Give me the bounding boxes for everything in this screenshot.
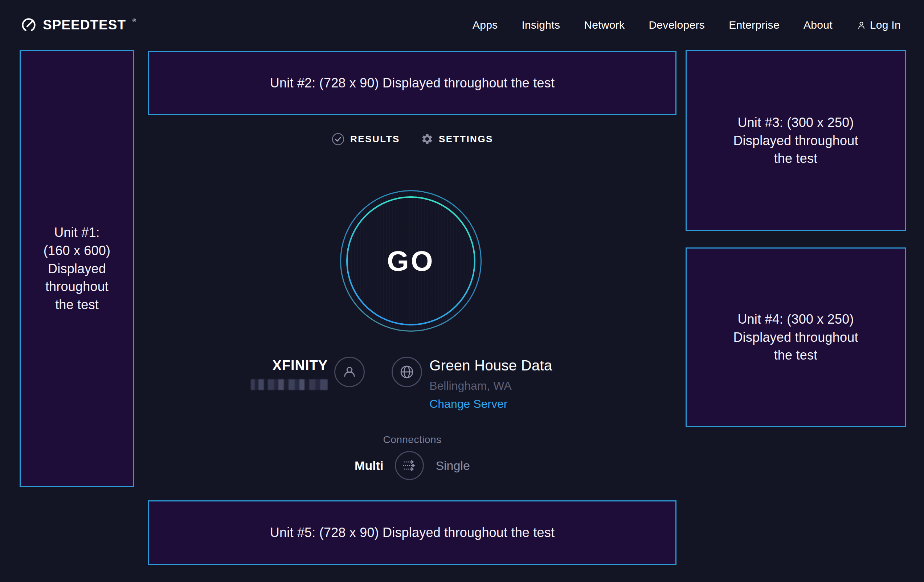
ad-unit-3[interactable]: Unit #3: (300 x 250) Displayed throughou…	[686, 50, 906, 231]
ad-unit-3-label: Unit #3: (300 x 250) Displayed throughou…	[733, 114, 858, 168]
isp-block: XFINITY	[272, 357, 365, 387]
brand-logo[interactable]: SPEEDTEST ®	[20, 16, 136, 34]
multi-connections-arrows-icon	[401, 457, 418, 474]
tab-results-label: RESULTS	[350, 134, 400, 145]
change-server-link[interactable]: Change Server	[429, 397, 552, 411]
user-icon	[856, 20, 866, 30]
server-name: Green House Data	[429, 358, 552, 373]
go-button[interactable]: GO	[340, 190, 482, 332]
main-nav: Apps Insights Network Developers Enterpr…	[472, 19, 901, 31]
connection-meta-row: XFINITY Green House Data Bellingham, WA …	[148, 357, 676, 411]
ad-unit-5-label: Unit #5: (728 x 90) Displayed throughout…	[270, 524, 554, 542]
connections-toggle-row: Multi Single	[148, 451, 676, 480]
isp-name: XFINITY	[272, 358, 328, 373]
isp-avatar[interactable]	[334, 357, 365, 387]
tab-settings-label: SETTINGS	[439, 134, 493, 145]
connections-single-label[interactable]: Single	[436, 458, 470, 473]
connections-label: Connections	[148, 434, 676, 445]
speedtest-gauge-icon	[20, 17, 37, 33]
tab-settings[interactable]: SETTINGS	[421, 133, 493, 145]
ad-unit-1-label: Unit #1: (160 x 600) Displayed throughou…	[43, 224, 111, 313]
nav-item-apps[interactable]: Apps	[472, 19, 498, 31]
gear-icon	[421, 133, 433, 145]
ad-unit-5[interactable]: Unit #5: (728 x 90) Displayed throughout…	[148, 500, 676, 565]
nav-item-enterprise[interactable]: Enterprise	[729, 19, 780, 31]
server-globe-badge[interactable]	[392, 357, 422, 387]
trademark-symbol: ®	[132, 18, 136, 23]
ad-unit-1[interactable]: Unit #1: (160 x 600) Displayed throughou…	[20, 50, 134, 487]
check-circle-icon	[332, 132, 345, 146]
connections-multi-label[interactable]: Multi	[355, 458, 383, 473]
results-settings-tabs: RESULTS SETTINGS	[148, 130, 676, 147]
login-link[interactable]: Log In	[856, 19, 901, 31]
server-location: Bellingham, WA	[429, 379, 552, 392]
nav-item-network[interactable]: Network	[584, 19, 625, 31]
brand-name: SPEEDTEST	[43, 16, 126, 34]
ad-unit-2-label: Unit #2: (728 x 90) Displayed throughout…	[270, 74, 554, 92]
login-label: Log In	[870, 19, 901, 31]
ad-unit-4[interactable]: Unit #4: (300 x 250) Displayed throughou…	[686, 247, 906, 427]
server-texts: Green House Data Bellingham, WA Change S…	[429, 358, 552, 411]
ad-unit-2[interactable]: Unit #2: (728 x 90) Displayed throughout…	[148, 51, 676, 115]
globe-icon	[398, 363, 416, 381]
nav-item-developers[interactable]: Developers	[648, 19, 705, 31]
tab-results[interactable]: RESULTS	[332, 132, 400, 146]
nav-item-insights[interactable]: Insights	[521, 19, 560, 31]
go-button-label: GO	[340, 190, 482, 332]
redacted-ip-text	[251, 379, 328, 390]
ad-unit-4-label: Unit #4: (300 x 250) Displayed throughou…	[733, 310, 858, 364]
server-block: Green House Data Bellingham, WA Change S…	[392, 357, 552, 411]
top-navigation-bar: SPEEDTEST ® Apps Insights Network Develo…	[0, 0, 924, 50]
person-icon	[340, 363, 358, 381]
nav-item-about[interactable]: About	[804, 19, 833, 31]
connections-toggle-button[interactable]	[395, 451, 424, 480]
